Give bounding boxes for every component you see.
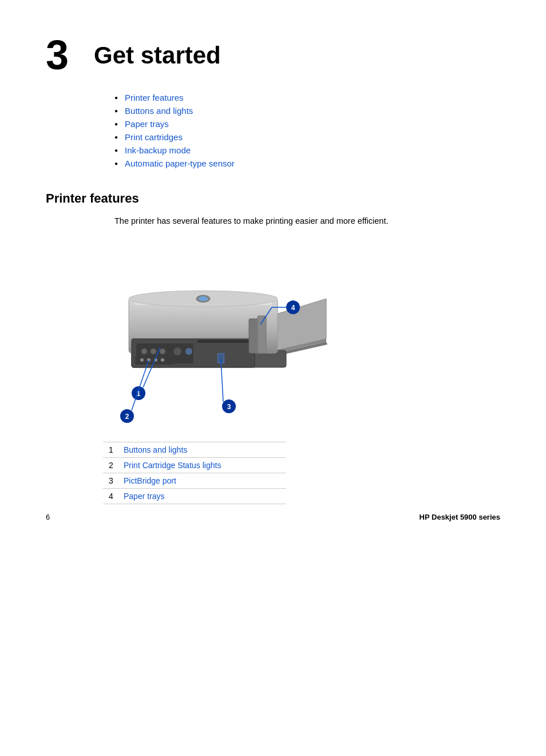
chapter-header: 3 Get started — [46, 23, 500, 76]
callout-label: Paper trays — [119, 488, 286, 504]
svg-point-14 — [151, 349, 156, 354]
callout-label: Buttons and lights — [119, 442, 286, 457]
callout-number: 4 — [103, 488, 119, 504]
callout-table: 1Buttons and lights2Print Cartridge Stat… — [103, 442, 286, 504]
callout-number: 1 — [103, 442, 119, 457]
svg-point-10 — [199, 296, 208, 301]
toc-list-item: Print cartridges — [114, 132, 500, 142]
svg-rect-18 — [197, 340, 252, 343]
toc-link-5[interactable]: Automatic paper-type sensor — [125, 159, 235, 168]
chapter-title: Get started — [94, 34, 221, 69]
section-intro: The printer has several features to make… — [114, 215, 500, 228]
svg-point-16 — [173, 347, 181, 355]
toc-list-item: Paper trays — [114, 119, 500, 129]
printer-illustration: 1 2 3 4 — [103, 242, 343, 430]
callout-label-link-1[interactable]: Print Cartridge Status lights — [124, 461, 221, 470]
svg-text:3: 3 — [227, 403, 231, 411]
footer-product-name: HP Deskjet 5900 series — [420, 513, 500, 521]
svg-rect-27 — [258, 316, 266, 353]
table-row: 1Buttons and lights — [103, 442, 286, 457]
callout-label-link-3[interactable]: Paper trays — [124, 492, 165, 501]
toc-link-1[interactable]: Buttons and lights — [125, 106, 193, 116]
svg-point-15 — [160, 349, 165, 354]
callout-label-link-0[interactable]: Buttons and lights — [124, 445, 187, 454]
page-container: 3 Get started Printer featuresButtons an… — [0, 0, 546, 539]
toc-link-2[interactable]: Paper trays — [125, 119, 169, 129]
toc-link-4[interactable]: Ink-backup mode — [125, 145, 191, 155]
svg-point-17 — [185, 348, 192, 355]
svg-text:4: 4 — [291, 304, 295, 312]
toc-list: Printer featuresButtons and lightsPaper … — [114, 93, 500, 168]
table-row: 3PictBridge port — [103, 473, 286, 488]
callout-label: PictBridge port — [119, 473, 286, 488]
footer-page-number: 6 — [46, 513, 50, 521]
callout-number: 3 — [103, 473, 119, 488]
callout-number: 2 — [103, 457, 119, 473]
callout-label-link-2[interactable]: PictBridge port — [124, 476, 176, 485]
table-row: 4Paper trays — [103, 488, 286, 504]
toc-list-item: Buttons and lights — [114, 106, 500, 116]
toc-list-item: Automatic paper-type sensor — [114, 159, 500, 168]
toc-link-3[interactable]: Print cartridges — [125, 132, 183, 142]
svg-point-23 — [161, 358, 164, 362]
toc-list-item: Printer features — [114, 93, 500, 102]
svg-text:2: 2 — [125, 413, 129, 421]
chapter-number: 3 — [46, 34, 80, 76]
section-heading-printer-features: Printer features — [46, 189, 500, 206]
svg-point-13 — [141, 349, 147, 354]
toc-list-item: Ink-backup mode — [114, 145, 500, 155]
callout-label: Print Cartridge Status lights — [119, 457, 286, 473]
page-footer: 6 HP Deskjet 5900 series — [46, 513, 500, 521]
toc-link-0[interactable]: Printer features — [125, 93, 184, 102]
table-row: 2Print Cartridge Status lights — [103, 457, 286, 473]
svg-point-20 — [140, 358, 144, 362]
